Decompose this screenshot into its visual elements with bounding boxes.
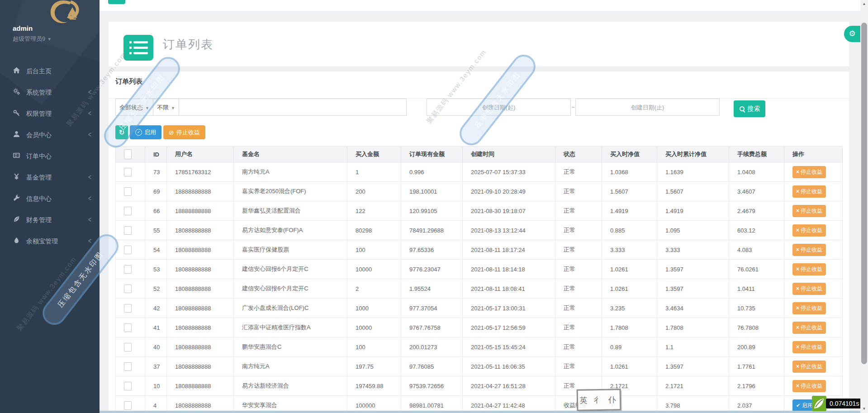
active-tab-indicator[interactable] <box>108 0 125 4</box>
vertical-scrollbar[interactable]: ▲ ▼ <box>860 0 868 413</box>
row-checkbox[interactable] <box>124 168 132 176</box>
scroll-down-icon[interactable]: ▼ <box>860 407 868 411</box>
cell-acc_nav: 3.333 <box>657 240 729 260</box>
row-checkbox[interactable] <box>124 401 132 410</box>
row-checkbox[interactable] <box>124 382 132 390</box>
refresh-button[interactable] <box>115 125 128 139</box>
scroll-up-icon[interactable]: ▲ <box>860 2 868 6</box>
row-checkbox[interactable] <box>124 323 132 332</box>
cell-fund: 易方达新经济混合 <box>234 376 347 396</box>
cell-created: 2021-09-10 20:28:49 <box>463 182 555 201</box>
row-checkbox[interactable] <box>124 187 132 196</box>
cell-nav: 1.0261 <box>602 279 657 299</box>
table-row: 6918888888888嘉实养老2050混合(FOF)200198.10001… <box>116 182 843 201</box>
row-checkbox[interactable] <box>124 207 132 215</box>
sidebar-item-finance[interactable]: 财务管理< <box>0 209 100 231</box>
cell-action: 停止收益 <box>784 260 843 279</box>
row-stop-profit-button[interactable]: 停止收益 <box>792 302 826 314</box>
search-icon <box>739 106 745 112</box>
cell-action: 停止收益 <box>784 240 843 260</box>
table-row: 4018088888888鹏华安惠混合C100200.012732021-05-… <box>116 337 843 357</box>
cell-fund: 鹏华安惠混合C <box>234 337 347 357</box>
cell-id: 55 <box>145 221 167 240</box>
sidebar-item-order[interactable]: 订单中心 <box>0 146 100 167</box>
row-stop-profit-button[interactable]: 停止收益 <box>792 205 826 217</box>
table-body: 7317851763312南方纯元A10.9962025-07-07 15:37… <box>116 162 843 413</box>
status-select[interactable]: 全部状态▼ <box>115 99 153 116</box>
row-stop-profit-button[interactable]: 停止收益 <box>792 166 826 178</box>
row-stop-profit-button[interactable]: 停止收益 <box>792 322 826 334</box>
sidebar-item-label: 权限管理 <box>26 110 52 117</box>
limit-select[interactable]: 不限▼ <box>153 99 179 116</box>
row-checkbox[interactable] <box>124 285 132 293</box>
sidebar-item-home[interactable]: 后台主页 <box>0 61 100 82</box>
cell-created: 2021-08-13 13:12:44 <box>463 221 555 240</box>
cell-acc_nav: 1.095 <box>657 221 729 240</box>
column-header: 基金名 <box>234 147 347 162</box>
search-button[interactable]: 搜索 <box>734 100 765 117</box>
row-select-cell <box>116 260 145 279</box>
keyword-input[interactable] <box>179 99 407 116</box>
cell-created: 2025-07-07 15:37:33 <box>463 162 555 182</box>
cell-acc_nav: 1.1639 <box>657 162 729 182</box>
cell-id: 54 <box>145 240 167 260</box>
row-stop-profit-button[interactable]: 停止收益 <box>792 380 826 392</box>
date-end-input[interactable] <box>575 99 720 116</box>
column-header: ID <box>145 147 167 162</box>
orders-table-wrap: ID用户名基金名买入金额订单现有金额创建时间状态买入时净值买入时累计净值手续费总… <box>115 146 842 413</box>
gears-icon <box>13 83 20 90</box>
render-time-badge: 0.074101s <box>826 399 863 408</box>
user-role-dropdown[interactable]: 超级管理员9▼ <box>13 35 52 43</box>
yen-icon <box>13 168 20 175</box>
cell-buy_amount: 122 <box>347 201 401 221</box>
table-row: 5418088888888嘉实医疗保健股票10097.653362021-08-… <box>116 240 843 260</box>
sidebar-item-fund[interactable]: 基金管理< <box>0 167 100 188</box>
select-all-checkbox[interactable] <box>124 149 132 159</box>
stop-profit-button[interactable]: 停止收益 <box>163 125 205 139</box>
cell-buy_amount: 80298 <box>347 221 401 240</box>
sidebar-item-system[interactable]: 系统管理< <box>0 82 100 103</box>
cell-id: 52 <box>145 279 167 299</box>
sidebar-item-member[interactable]: 会员中心< <box>0 124 100 146</box>
sidebar-item-yuebao[interactable]: 余额宝管理< <box>0 231 100 252</box>
enable-button[interactable]: 启用 <box>130 125 161 139</box>
row-stop-profit-button[interactable]: 停止收益 <box>792 185 826 198</box>
row-checkbox[interactable] <box>124 246 132 254</box>
cell-id: 37 <box>145 357 167 376</box>
settings-gear-button[interactable]: ⚙ <box>844 26 860 42</box>
date-start-input[interactable] <box>427 99 571 116</box>
cell-id: 41 <box>145 318 167 337</box>
row-stop-profit-button[interactable]: 停止收益 <box>792 224 826 237</box>
cell-username: 18088888888 <box>167 376 234 396</box>
cell-id: 10 <box>145 376 167 396</box>
cell-buy_amount: 10000 <box>347 318 401 337</box>
row-stop-profit-button[interactable]: 停止收益 <box>792 361 826 373</box>
row-checkbox[interactable] <box>124 265 132 274</box>
row-checkbox[interactable] <box>124 343 132 351</box>
row-checkbox[interactable] <box>124 226 132 235</box>
orders-table: ID用户名基金名买入金额订单现有金额创建时间状态买入时净值买入时累计净值手续费总… <box>115 146 843 413</box>
sidebar-item-info[interactable]: 信息中心< <box>0 188 100 209</box>
row-stop-profit-button[interactable]: 停止收益 <box>792 341 826 353</box>
sidebar-item-auth[interactable]: 权限管理< <box>0 103 100 124</box>
table-row: 5218088888888建信安心回报6个月定开C21.955242021-08… <box>116 279 843 299</box>
leaf-icon <box>13 210 20 218</box>
cell-fund: 建信安心回报6个月定开C <box>234 279 347 299</box>
cell-buy_amount: 10000 <box>347 260 401 279</box>
cell-current_amount: 97.65336 <box>401 240 463 260</box>
row-checkbox[interactable] <box>124 362 132 371</box>
cell-fee: 200.89 <box>729 337 784 357</box>
cell-status: 正常 <box>555 240 602 260</box>
row-stop-profit-button[interactable]: 停止收益 <box>792 263 826 275</box>
horizontal-scrollbar[interactable] <box>100 411 860 413</box>
row-select-cell <box>116 318 145 337</box>
row-checkbox[interactable] <box>124 304 132 313</box>
top-bar <box>100 0 860 11</box>
row-stop-profit-button[interactable]: 停止收益 <box>792 283 826 295</box>
column-header: 用户名 <box>167 147 234 162</box>
scrollbar-thumb[interactable] <box>861 23 867 364</box>
cell-acc_nav: 1.3597 <box>657 357 729 376</box>
table-row: 6618888888888新华鑫弘灵活配置混合122120.991052021-… <box>116 201 843 221</box>
table-row: 5318088888888建信安心回报6个月定开C100009776.23047… <box>116 260 843 279</box>
row-stop-profit-button[interactable]: 停止收益 <box>792 244 826 256</box>
